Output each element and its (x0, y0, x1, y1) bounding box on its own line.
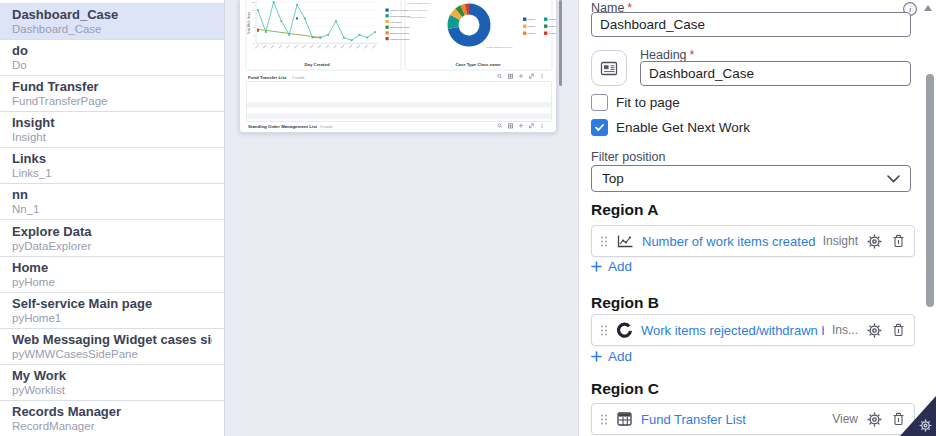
region-a-item-link[interactable]: Number of work items created daily (642, 234, 815, 249)
donut-slice (453, 17, 455, 28)
sidebar-item[interactable]: Self-service Main pagepyHome1 (0, 292, 224, 328)
filter-position-select[interactable]: Top (591, 165, 911, 192)
page-title: Dashboard_Case (12, 7, 212, 22)
legend-swatch (544, 18, 547, 21)
settings-gear-icon[interactable] (866, 411, 883, 428)
sidebar-item[interactable]: nnNn_1 (0, 183, 224, 219)
legend-label: Transaction Reconcilia... (390, 32, 411, 34)
delete-trash-icon[interactable] (891, 411, 906, 427)
page-title: do (12, 43, 212, 58)
enable-get-next-work-checkbox[interactable]: Enable Get Next Work (591, 119, 750, 136)
legend-swatch (523, 32, 526, 35)
legend-swatch (544, 32, 547, 35)
settings-gear-icon[interactable] (866, 322, 883, 339)
donut-caption: Case Type Class name (455, 62, 501, 67)
page-id: pyWMWCasesSidePane (12, 348, 212, 361)
dashboard-preview-thumbnail[interactable]: Total Work Items03691215Customer_Feedbac… (239, 0, 557, 133)
expand-icon[interactable] (530, 124, 534, 128)
sidebar-item[interactable]: HomepyHome (0, 256, 224, 292)
drag-handle-icon[interactable] (600, 413, 608, 426)
donut-callout-label: MyOrg-Transact-Work-F... (407, 2, 433, 4)
legend-swatch (386, 26, 389, 29)
page-icon-button[interactable] (591, 50, 627, 86)
filter-position-label: Filter position (591, 150, 665, 164)
plus-icon[interactable] (519, 74, 523, 78)
drag-handle-icon[interactable] (600, 324, 608, 337)
fit-to-page-checkbox[interactable]: Fit to page (591, 94, 680, 111)
region-a-add-button[interactable]: Add (591, 259, 632, 274)
page-title: Home (12, 260, 212, 275)
legend-label: Withdrawal Processing (390, 38, 409, 40)
drag-handle-icon[interactable] (600, 235, 608, 248)
region-b-add-button[interactable]: Add (591, 349, 632, 364)
page-id: Dashboard_Case (12, 23, 212, 36)
page-title: Insight (12, 115, 212, 130)
page-id: Nn_1 (12, 203, 212, 216)
line-chart-icon (616, 234, 634, 249)
name-input[interactable] (591, 12, 911, 37)
sidebar-item[interactable]: Web Messaging Widget cases side panepyWM… (0, 328, 224, 364)
expand-icon[interactable] (530, 74, 534, 78)
donut-callout-label: MyOrg-Transact-Wor... (407, 9, 430, 11)
plus-icon[interactable] (519, 124, 523, 128)
region-b-item-card[interactable]: Work items rejected/withdrawn by wor... … (591, 314, 915, 346)
page-title: Web Messaging Widget cases side pane (12, 332, 212, 347)
y-axis-label: Total Work Items (247, 11, 251, 34)
fit-to-page-label: Fit to page (616, 95, 680, 110)
donut-callout-label: MyOrg-Transact-W... (407, 16, 428, 18)
dashboard-glyph-icon (600, 60, 618, 77)
region-c-item-card[interactable]: Fund Transfer List View (591, 403, 915, 435)
sidebar-item[interactable]: InsightInsight (0, 111, 224, 147)
region-c-heading: Region C (591, 380, 659, 398)
list-title: Standing Order Management List (248, 124, 318, 129)
region-c-item-type: View (832, 412, 858, 426)
region-c-item-link[interactable]: Fund Transfer List (641, 412, 824, 427)
preview-scrollbar[interactable] (559, 0, 562, 86)
sidebar-item[interactable]: LinksLinks_1 (0, 147, 224, 183)
panel-scrollbar[interactable] (926, 74, 934, 307)
region-a-item-type: Insight (823, 234, 858, 248)
required-asterisk: * (690, 48, 695, 62)
search-icon[interactable] (498, 124, 502, 128)
legend-label: MyOrgT-... (527, 25, 537, 27)
page-title: Links (12, 151, 212, 166)
scroll-up-arrow-icon[interactable] (924, 5, 932, 11)
preview-list-widget: Fund Transfer List2 results (248, 74, 543, 80)
sidebar-item[interactable]: Explore DatapyDataExplorer (0, 219, 224, 255)
table-row (247, 114, 551, 120)
more-icon[interactable] (542, 124, 543, 128)
page-id: pyHome (12, 276, 212, 289)
delete-trash-icon[interactable] (891, 233, 906, 249)
heading-field-label: Heading* (640, 48, 694, 62)
list-title: Fund Transfer List (248, 75, 287, 80)
region-b-item-link[interactable]: Work items rejected/withdrawn by wor... (641, 323, 824, 338)
legend-label: Standing Order Manag... (390, 26, 411, 28)
sidebar-item[interactable]: My WorkpyWorklist (0, 364, 224, 400)
page-id: Insight (12, 131, 212, 144)
page-id: FundTransferPage (12, 95, 212, 108)
legend-swatch (386, 20, 389, 23)
page-id: RecordManager (12, 420, 212, 433)
table-row (247, 102, 551, 108)
page-id: Do (12, 59, 212, 72)
more-icon[interactable] (542, 74, 543, 78)
sidebar-item[interactable]: doDo (0, 39, 224, 75)
sidebar-item[interactable]: Dashboard_CaseDashboard_Case (0, 3, 224, 39)
settings-gear-icon[interactable] (866, 233, 883, 250)
list-result-count: 2 results (292, 76, 305, 80)
search-icon[interactable] (498, 74, 502, 78)
region-a-item-card[interactable]: Number of work items created daily Insig… (591, 225, 915, 257)
grid-icon[interactable] (509, 124, 513, 128)
legend-label: MyOrgT-... (548, 32, 557, 34)
legend-swatch (386, 37, 389, 40)
delete-trash-icon[interactable] (891, 322, 906, 338)
grid-icon[interactable] (509, 74, 513, 78)
legend-swatch (523, 25, 526, 28)
sidebar-item[interactable]: Records ManagerRecordManager (0, 400, 224, 436)
heading-input[interactable] (640, 61, 911, 86)
page-title: Explore Data (12, 224, 212, 239)
filter-position-value: Top (602, 171, 624, 186)
sidebar-item[interactable]: Fund TransferFundTransferPage (0, 75, 224, 111)
region-b-heading: Region B (591, 294, 659, 312)
preview-pane: Total Work Items03691215Customer_Feedbac… (225, 0, 578, 436)
